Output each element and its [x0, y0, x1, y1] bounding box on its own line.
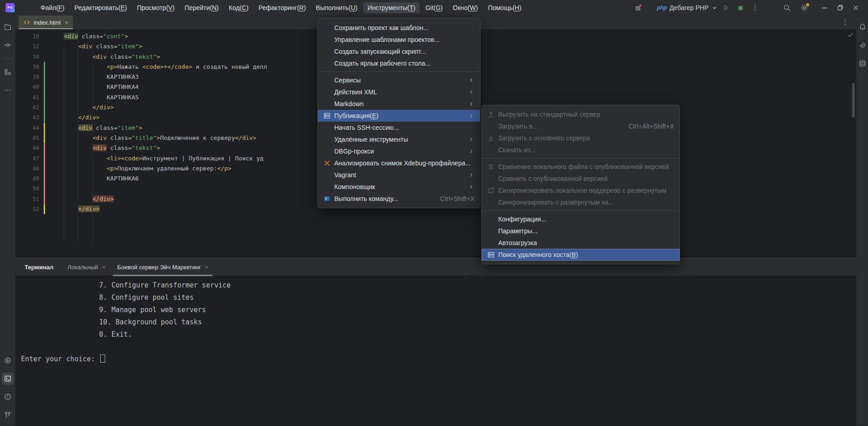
- menubar-item[interactable]: Окно(W): [449, 2, 482, 13]
- restore-button[interactable]: [832, 2, 848, 14]
- menubar-item[interactable]: Выполнить(U): [312, 2, 362, 13]
- vcs-change-bar: [44, 133, 45, 143]
- ai-assistant-icon: [859, 41, 866, 49]
- editor-scrollbar-thumb[interactable]: [852, 83, 855, 118]
- close-tab-icon[interactable]: ×: [102, 264, 105, 271]
- menu-separator: [318, 72, 480, 72]
- terminal-cursor[interactable]: [100, 354, 105, 363]
- tab-options-icon[interactable]: [842, 19, 849, 26]
- close-tab-icon[interactable]: ×: [205, 264, 208, 271]
- sync-icon: [486, 187, 495, 194]
- terminal-toolwindow-button[interactable]: [2, 373, 14, 385]
- menu-item[interactable]: Конфигурация...: [482, 213, 679, 225]
- menu-item[interactable]: Удалённые инструменты: [318, 133, 480, 145]
- xdebug-icon: [322, 159, 332, 167]
- upload-icon: [486, 111, 495, 118]
- menu-item[interactable]: Публикация(E): [318, 110, 480, 122]
- terminal-line: 9. Manage pool web servers: [21, 304, 856, 316]
- editor-tab-index-html[interactable]: index.html ×: [19, 15, 73, 29]
- line-number: 41: [15, 92, 39, 103]
- debug-button[interactable]: [734, 2, 747, 14]
- vcs-change-bar: [44, 143, 45, 153]
- inspections-ok-icon[interactable]: [847, 32, 853, 38]
- terminal-tab-label: Боевой сервер Эйч Маркетинг: [117, 264, 201, 271]
- terminal-output[interactable]: 7. Configure Transformer service 8. Conf…: [15, 276, 856, 426]
- menubar-item[interactable]: Просмотр(V): [133, 2, 179, 13]
- menu-item-label: Сравнить с опубликованной версией: [498, 175, 608, 182]
- more-horizontal-toolwindow-button[interactable]: [2, 84, 14, 96]
- menu-item[interactable]: Markdown: [318, 98, 480, 110]
- menu-item[interactable]: Управление шаблонами проектов...: [318, 34, 480, 46]
- menu-item[interactable]: Выполнить команду...Ctrl+Shift+X: [318, 193, 480, 205]
- terminal-icon: [4, 375, 11, 382]
- menu-item[interactable]: Анализировать снимок Xdebug-профайлера..…: [318, 157, 480, 169]
- menu-item[interactable]: Автозагрузка: [482, 237, 679, 249]
- services-run-toolwindow-button[interactable]: [2, 354, 14, 366]
- menubar-item[interactable]: Инструменты(T): [363, 2, 419, 13]
- menu-item[interactable]: Сервисы: [318, 74, 480, 86]
- menu-item[interactable]: Параметры...: [482, 225, 679, 237]
- notifications-bell-toolwindow-button[interactable]: [857, 21, 868, 33]
- menu-item-label: Выгрузить на стандартный сервер: [498, 111, 600, 118]
- menu-item[interactable]: Создать запускающий скрипт...: [318, 46, 480, 57]
- line-number: 39: [15, 72, 39, 82]
- vcs-change-bar: [44, 31, 45, 41]
- menu-item: Выгрузить на стандартный сервер: [482, 108, 679, 120]
- menubar-item[interactable]: Перейти(N): [180, 2, 223, 13]
- menu-item-label: Синхронизировать локальное поддерево с р…: [498, 187, 666, 194]
- debug-listener-off-button[interactable]: [632, 2, 645, 14]
- menu-item[interactable]: Создать ярлык рабочего стола...: [318, 57, 480, 69]
- submenu-arrow-icon: [468, 89, 475, 95]
- menu-item[interactable]: Vagrant: [318, 169, 480, 181]
- run-button[interactable]: [720, 2, 732, 14]
- version-control-toolwindow-button[interactable]: [2, 409, 14, 421]
- phpstorm-logo[interactable]: PS: [5, 3, 15, 12]
- menu-item[interactable]: Компоновщик: [318, 181, 480, 193]
- ai-assistant-toolwindow-button[interactable]: [857, 39, 868, 51]
- more-vertical-button[interactable]: [749, 2, 761, 14]
- line-number: 40: [15, 82, 39, 92]
- run-configuration-selector[interactable]: php Дебагер PHP: [657, 4, 718, 11]
- commit-toolwindow-button[interactable]: [2, 39, 14, 51]
- search-icon: [783, 4, 791, 11]
- menubar-item[interactable]: Файл(F): [36, 2, 68, 13]
- terminal-tab[interactable]: Боевой сервер Эйч Маркетинг×: [111, 258, 214, 276]
- menu-item[interactable]: Сохранить проект как шаблон...: [318, 22, 480, 34]
- menu-item[interactable]: Поиск удаленного хоста(B): [482, 249, 679, 261]
- structure-toolwindow-button[interactable]: [2, 66, 14, 78]
- menubar-item[interactable]: Редактировать(E): [70, 2, 131, 13]
- settings-button[interactable]: [798, 2, 811, 14]
- services-run-icon: [4, 357, 11, 364]
- menu-item-label: Сохранить проект как шаблон...: [334, 24, 429, 31]
- database-icon: [859, 60, 866, 67]
- vcs-change-bar: [44, 164, 45, 174]
- structure-icon: [4, 68, 11, 76]
- run-icon: [722, 4, 730, 11]
- close-icon: [852, 4, 859, 11]
- project-folder-icon: [4, 23, 11, 31]
- menu-item-label: Загрузить с основного сервера: [498, 134, 590, 142]
- problems-toolwindow-button[interactable]: [2, 391, 14, 403]
- terminal-tab[interactable]: Локальный×: [61, 258, 111, 276]
- vcs-change-bar: [44, 92, 45, 103]
- terminal-panel-title[interactable]: Терминал: [18, 264, 61, 271]
- menu-item-label: Создать запускающий скрипт...: [334, 48, 426, 55]
- search-button[interactable]: [781, 2, 793, 14]
- project-folder-toolwindow-button[interactable]: [2, 21, 14, 33]
- menu-item[interactable]: Действия XML: [318, 86, 480, 98]
- submenu-arrow-icon: [468, 184, 475, 190]
- database-toolwindow-button[interactable]: [857, 57, 868, 69]
- run-configuration-label: Дебагер PHP: [669, 4, 709, 11]
- menu-item[interactable]: Начать SSH-сессию...: [318, 122, 480, 133]
- close-button[interactable]: [848, 2, 863, 14]
- close-tab-icon[interactable]: ×: [65, 19, 68, 26]
- menubar-item[interactable]: Код(C): [225, 2, 252, 13]
- menubar-item[interactable]: Git(G): [421, 2, 447, 13]
- menu-item[interactable]: DBGp-прокси: [318, 145, 480, 157]
- php-icon: php: [657, 5, 667, 11]
- submenu-arrow-icon: [468, 101, 475, 107]
- menubar-item[interactable]: Рефакторинг(R): [255, 2, 310, 13]
- minimize-button[interactable]: [817, 2, 832, 14]
- vcs-change-bar: [44, 123, 45, 133]
- menubar-item[interactable]: Помощь(H): [484, 2, 526, 13]
